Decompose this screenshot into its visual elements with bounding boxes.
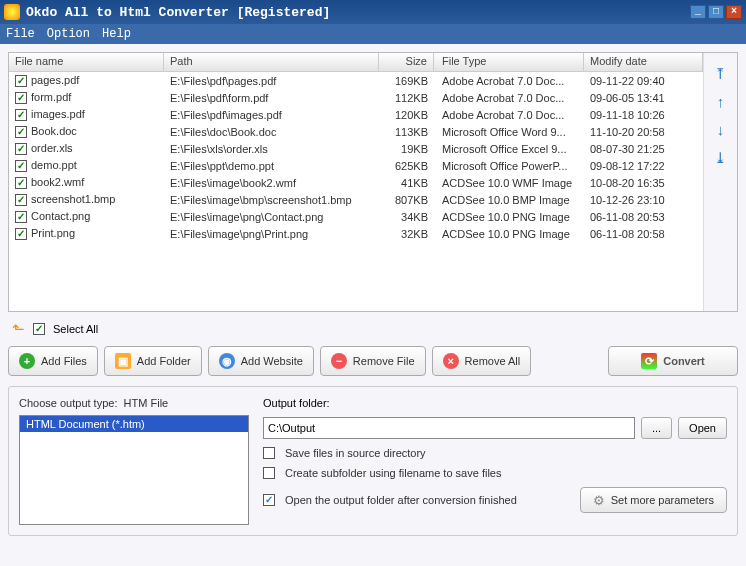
- menu-bar: File Option Help: [0, 24, 746, 44]
- create-subfolder-label: Create subfolder using filename to save …: [285, 467, 501, 479]
- table-row[interactable]: ✓pages.pdfE:\Files\pdf\pages.pdf169KBAdo…: [9, 72, 703, 89]
- globe-icon: ◉: [219, 353, 235, 369]
- output-type-list[interactable]: HTML Document (*.htm): [19, 415, 249, 525]
- move-top-button[interactable]: ⤒: [712, 65, 730, 83]
- menu-help[interactable]: Help: [102, 27, 131, 41]
- select-all-label: Select All: [53, 323, 98, 335]
- col-path[interactable]: Path: [164, 53, 379, 71]
- convert-button[interactable]: ⟳Convert: [608, 346, 738, 376]
- app-icon: [4, 4, 20, 20]
- create-subfolder-checkbox[interactable]: [263, 467, 275, 479]
- save-source-checkbox[interactable]: [263, 447, 275, 459]
- row-checkbox[interactable]: ✓: [15, 177, 27, 189]
- col-name[interactable]: File name: [9, 53, 164, 71]
- title-bar: Okdo All to Html Converter [Registered] …: [0, 0, 746, 24]
- convert-icon: ⟳: [641, 353, 657, 369]
- col-type[interactable]: File Type: [434, 53, 584, 71]
- output-type-label: Choose output type: HTM File: [19, 397, 249, 409]
- output-folder-label: Output folder:: [263, 397, 727, 409]
- window-title: Okdo All to Html Converter [Registered]: [26, 5, 690, 20]
- table-row[interactable]: ✓Book.docE:\Files\doc\Book.doc113KBMicro…: [9, 123, 703, 140]
- move-up-button[interactable]: ↑: [712, 93, 730, 111]
- add-website-button[interactable]: ◉Add Website: [208, 346, 314, 376]
- open-button[interactable]: Open: [678, 417, 727, 439]
- col-date[interactable]: Modify date: [584, 53, 703, 71]
- table-row[interactable]: ✓order.xlsE:\Files\xls\order.xls19KBMicr…: [9, 140, 703, 157]
- remove-all-button[interactable]: ×Remove All: [432, 346, 532, 376]
- maximize-button[interactable]: □: [708, 5, 724, 19]
- close-button[interactable]: ×: [726, 5, 742, 19]
- add-files-button[interactable]: +Add Files: [8, 346, 98, 376]
- row-checkbox[interactable]: ✓: [15, 75, 27, 87]
- output-type-item[interactable]: HTML Document (*.htm): [20, 416, 248, 432]
- row-checkbox[interactable]: ✓: [15, 126, 27, 138]
- remove-icon: ×: [443, 353, 459, 369]
- file-header: File name Path Size File Type Modify dat…: [9, 53, 703, 72]
- minus-icon: −: [331, 353, 347, 369]
- table-row[interactable]: ✓screenshot1.bmpE:\Files\image\bmp\scree…: [9, 191, 703, 208]
- up-folder-icon[interactable]: ⬑: [12, 320, 25, 338]
- row-checkbox[interactable]: ✓: [15, 211, 27, 223]
- file-list-panel: File name Path Size File Type Modify dat…: [8, 52, 738, 312]
- open-after-checkbox[interactable]: ✓: [263, 494, 275, 506]
- table-row[interactable]: ✓demo.pptE:\Files\ppt\demo.ppt625KBMicro…: [9, 157, 703, 174]
- row-checkbox[interactable]: ✓: [15, 143, 27, 155]
- table-row[interactable]: ✓Print.pngE:\Files\image\png\Print.png32…: [9, 225, 703, 242]
- set-more-parameters-button[interactable]: ⚙Set more parameters: [580, 487, 727, 513]
- row-checkbox[interactable]: ✓: [15, 109, 27, 121]
- menu-option[interactable]: Option: [47, 27, 90, 41]
- browse-button[interactable]: ...: [641, 417, 672, 439]
- add-folder-button[interactable]: ▣Add Folder: [104, 346, 202, 376]
- gear-icon: ⚙: [593, 493, 605, 508]
- remove-file-button[interactable]: −Remove File: [320, 346, 426, 376]
- col-size[interactable]: Size: [379, 53, 434, 71]
- plus-icon: +: [19, 353, 35, 369]
- move-bottom-button[interactable]: ⤓: [712, 149, 730, 167]
- select-all-checkbox[interactable]: ✓: [33, 323, 45, 335]
- menu-file[interactable]: File: [6, 27, 35, 41]
- row-checkbox[interactable]: ✓: [15, 228, 27, 240]
- open-after-label: Open the output folder after conversion …: [285, 494, 517, 506]
- folder-icon: ▣: [115, 353, 131, 369]
- move-down-button[interactable]: ↓: [712, 121, 730, 139]
- output-folder-input[interactable]: [263, 417, 635, 439]
- table-row[interactable]: ✓form.pdfE:\Files\pdf\form.pdf112KBAdobe…: [9, 89, 703, 106]
- row-checkbox[interactable]: ✓: [15, 92, 27, 104]
- table-row[interactable]: ✓book2.wmfE:\Files\image\book2.wmf41KBAC…: [9, 174, 703, 191]
- reorder-toolbar: ⤒ ↑ ↓ ⤓: [703, 53, 737, 311]
- minimize-button[interactable]: _: [690, 5, 706, 19]
- table-row[interactable]: ✓images.pdfE:\Files\pdf\images.pdf120KBA…: [9, 106, 703, 123]
- row-checkbox[interactable]: ✓: [15, 160, 27, 172]
- table-row[interactable]: ✓Contact.pngE:\Files\image\png\Contact.p…: [9, 208, 703, 225]
- row-checkbox[interactable]: ✓: [15, 194, 27, 206]
- save-source-label: Save files in source directory: [285, 447, 426, 459]
